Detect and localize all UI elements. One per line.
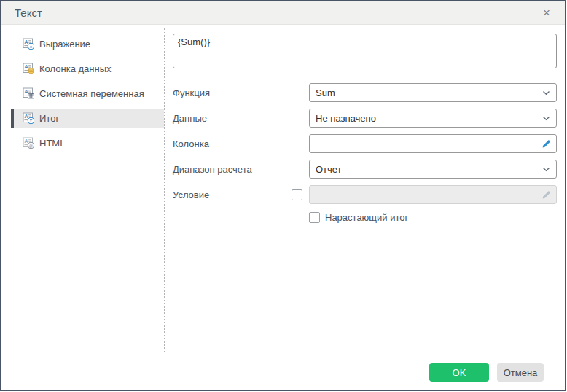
- ok-button[interactable]: OK: [429, 363, 489, 382]
- range-row: Диапазон расчета Отчет: [173, 160, 557, 179]
- column-label: Колонка: [173, 138, 309, 149]
- html-icon: A @: [23, 137, 34, 149]
- function-select-value: Sum: [316, 87, 335, 98]
- function-select[interactable]: Sum: [309, 83, 557, 102]
- svg-text:A: A: [24, 63, 28, 70]
- sidebar-item-html[interactable]: A @ HTML: [11, 133, 164, 152]
- condition-row: Условие: [173, 185, 557, 204]
- data-label: Данные: [173, 113, 309, 124]
- svg-text:A: A: [24, 113, 28, 119]
- chevron-down-icon: [542, 90, 550, 95]
- svg-text:Σ: Σ: [30, 119, 33, 123]
- sidebar-separator: [164, 28, 165, 353]
- expression-textarea[interactable]: {Sum()}: [173, 34, 557, 68]
- sidebar-item-label: Итог: [39, 113, 59, 124]
- edit-pencil-icon-disabled: [541, 189, 552, 200]
- close-icon[interactable]: ×: [540, 5, 553, 20]
- data-row: Данные Не назначено: [173, 109, 557, 128]
- data-column-icon: A: [23, 63, 34, 74]
- running-total-label: Нарастающий итог: [325, 212, 408, 223]
- dialog-titlebar: Текст ×: [1, 1, 565, 25]
- condition-checkbox[interactable]: [292, 189, 302, 200]
- condition-label: Условие: [173, 189, 209, 200]
- totals-form: Функция Sum Данные Не назначено Колонка: [173, 83, 557, 223]
- function-row: Функция Sum: [173, 83, 557, 102]
- system-variable-icon: A: [23, 87, 34, 99]
- svg-text:A: A: [24, 138, 28, 144]
- column-input[interactable]: [309, 134, 557, 153]
- condition-label-cell: Условие: [173, 189, 309, 200]
- svg-text:@: @: [29, 144, 33, 148]
- sidebar: A x Выражение A Колонка данных: [11, 34, 164, 158]
- sidebar-item-total[interactable]: A Σ Итог: [11, 109, 164, 128]
- svg-text:x: x: [30, 44, 32, 49]
- sidebar-item-data-column[interactable]: A Колонка данных: [11, 59, 164, 78]
- sidebar-item-label: Выражение: [39, 39, 90, 50]
- running-total-row: Нарастающий итог: [309, 212, 557, 223]
- cancel-button[interactable]: Отмена: [497, 363, 544, 382]
- data-select-value: Не назначено: [316, 113, 376, 124]
- sidebar-item-label: Системная переменная: [39, 88, 144, 99]
- sidebar-item-system-variable[interactable]: A Системная переменная: [11, 84, 164, 103]
- chevron-down-icon: [542, 167, 550, 172]
- data-select[interactable]: Не назначено: [309, 109, 557, 128]
- function-label: Функция: [173, 87, 309, 98]
- condition-input: [309, 185, 557, 204]
- running-total-checkbox[interactable]: [309, 212, 320, 223]
- chevron-down-icon: [542, 116, 550, 121]
- range-select[interactable]: Отчет: [309, 160, 557, 179]
- svg-text:A: A: [24, 39, 28, 45]
- text-editor-dialog: Текст × A x Выражение A: [0, 0, 566, 391]
- column-row: Колонка: [173, 134, 557, 153]
- sidebar-item-label: HTML: [39, 138, 65, 149]
- dialog-title: Текст: [15, 7, 540, 19]
- edit-pencil-icon[interactable]: [541, 138, 552, 149]
- range-label: Диапазон расчета: [173, 164, 309, 175]
- sidebar-item-label: Колонка данных: [39, 63, 112, 74]
- range-select-value: Отчет: [316, 164, 342, 175]
- expression-icon: A x: [23, 38, 34, 50]
- total-icon: A Σ: [23, 112, 34, 124]
- sidebar-item-expression[interactable]: A x Выражение: [11, 34, 164, 53]
